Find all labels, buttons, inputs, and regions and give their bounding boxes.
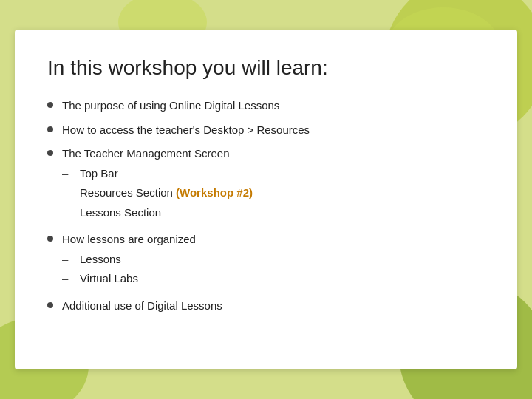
- sub-dash: –: [62, 205, 74, 222]
- sub-dash: –: [62, 251, 74, 268]
- slide-card: In this workshop you will learn: The pur…: [15, 30, 517, 369]
- list-item: – Lessons Section: [62, 205, 253, 222]
- sub-dash: –: [62, 185, 74, 202]
- sub-item-text: Lessons: [80, 251, 121, 268]
- slide-title: In this workshop you will learn:: [47, 56, 485, 80]
- sub-item-text: Top Bar: [80, 166, 118, 183]
- sub-item-text: Resources Section (Workshop #2): [80, 185, 253, 202]
- bullet-text: The purpose of using Online Digital Less…: [62, 98, 485, 115]
- list-item: The purpose of using Online Digital Less…: [47, 98, 485, 115]
- list-item: Additional use of Digital Lessons: [47, 298, 485, 315]
- bullet-dot: [47, 150, 53, 156]
- list-item: – Lessons: [62, 251, 138, 268]
- sub-dash: –: [62, 270, 74, 287]
- sub-item-text: Lessons Section: [80, 205, 161, 222]
- bullet-text: The Teacher Management Screen: [62, 146, 230, 163]
- list-item: – Resources Section (Workshop #2): [62, 185, 253, 202]
- list-item: – Virtual Labs: [62, 270, 138, 287]
- bullet-dot: [47, 302, 53, 308]
- list-item: The Teacher Management Screen – Top Bar …: [47, 146, 485, 224]
- bullet-dot: [47, 236, 53, 242]
- bullet-text: Additional use of Digital Lessons: [62, 298, 485, 315]
- bullet-text: How to access the teacher's Desktop > Re…: [62, 122, 485, 139]
- sub-item-text: Virtual Labs: [80, 270, 138, 287]
- sub-list: – Lessons – Virtual Labs: [62, 251, 138, 290]
- list-item: How lessons are organized – Lessons – Vi…: [47, 231, 485, 290]
- bullet-dot: [47, 102, 53, 108]
- bullet-dot: [47, 126, 53, 132]
- bullet-list: The purpose of using Online Digital Less…: [47, 98, 485, 314]
- highlight-text: (Workshop #2): [176, 186, 253, 199]
- sub-dash: –: [62, 166, 74, 183]
- list-item: – Top Bar: [62, 166, 253, 183]
- bullet-text: How lessons are organized: [62, 231, 196, 248]
- sub-list: – Top Bar – Resources Section (Workshop …: [62, 166, 253, 225]
- list-item: How to access the teacher's Desktop > Re…: [47, 122, 485, 139]
